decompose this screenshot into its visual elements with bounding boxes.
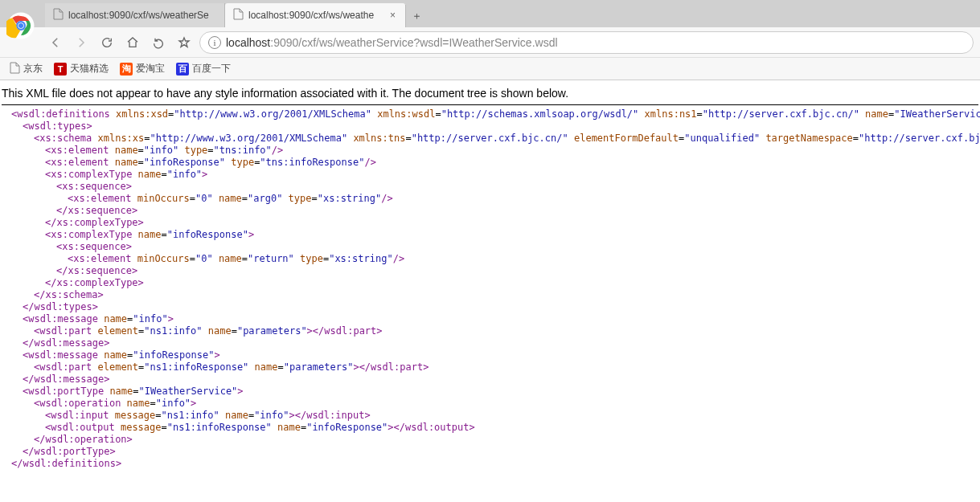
reload-button[interactable] <box>96 32 117 53</box>
chrome-logo-icon <box>6 11 35 40</box>
star-button[interactable] <box>174 32 195 53</box>
xml-line[interactable]: ▼<wsdl:portType name="IWeatherService"> <box>0 386 980 398</box>
svg-point-3 <box>18 23 23 28</box>
xml-line[interactable]: <xs:element minOccurs="0" name="arg0" ty… <box>0 193 980 205</box>
browser-titlebar: localhost:9090/cxf/ws/weatherSe localhos… <box>0 0 980 27</box>
tab-title: localhost:9090/cxf/ws/weathe <box>248 10 388 21</box>
xml-line[interactable]: </wsdl:operation> <box>0 434 980 446</box>
xml-line[interactable]: </xs:sequence> <box>0 205 980 217</box>
bookmark-tmall[interactable]: T天猫精选 <box>51 60 112 77</box>
bookmarks-bar: 京东 T天猫精选 淘爱淘宝 百百度一下 <box>0 58 980 80</box>
new-tab-button[interactable]: ＋ <box>405 5 428 27</box>
xml-line[interactable]: ▼<xs:complexType name="info"> <box>0 169 980 181</box>
xml-line[interactable]: </xs:schema> <box>0 289 980 301</box>
xml-line[interactable]: ▼<wsdl:definitions xmlns:xsd="http://www… <box>0 108 980 120</box>
bookmark-baidu[interactable]: 百百度一下 <box>173 60 234 77</box>
xml-line[interactable]: <wsdl:part element="ns1:infoResponse" na… <box>0 361 980 373</box>
bookmark-taobao[interactable]: 淘爱淘宝 <box>117 60 168 77</box>
xml-line[interactable]: </wsdl:message> <box>0 337 980 349</box>
tmall-icon: T <box>54 63 67 76</box>
baidu-icon: 百 <box>176 63 189 76</box>
xml-line[interactable]: ▼<xs:sequence> <box>0 181 980 193</box>
address-path: :9090/cxf/ws/weatherService?wsdl=IWeathe… <box>270 36 557 49</box>
xml-tree: ▼<wsdl:definitions xmlns:xsd="http://www… <box>0 108 980 470</box>
xml-line[interactable]: </xs:sequence> <box>0 265 980 277</box>
bookmark-jd[interactable]: 京东 <box>6 60 46 78</box>
xml-line[interactable]: <xs:element name="info" type="tns:info"/… <box>0 145 980 157</box>
file-icon <box>10 62 20 76</box>
xml-line[interactable]: <wsdl:part element="ns1:info" name="para… <box>0 325 980 337</box>
xml-line[interactable]: <wsdl:output message="ns1:infoResponse" … <box>0 422 980 434</box>
xml-line[interactable]: <xs:element minOccurs="0" name="return" … <box>0 253 980 265</box>
tab-title: localhost:9090/cxf/ws/weatherSe <box>68 10 216 21</box>
xml-style-notice: This XML file does not appear to have an… <box>0 80 980 104</box>
close-tab-icon[interactable]: × <box>388 10 397 21</box>
undo-button[interactable] <box>148 32 169 53</box>
info-icon[interactable]: i <box>208 36 221 49</box>
xml-line[interactable]: </wsdl:portType> <box>0 446 980 458</box>
back-button[interactable] <box>45 32 66 53</box>
address-host: localhost <box>226 36 270 49</box>
xml-line[interactable]: ▼<wsdl:operation name="info"> <box>0 398 980 410</box>
browser-tab-1[interactable]: localhost:9090/cxf/ws/weatherSe <box>45 3 225 27</box>
xml-line[interactable]: ▼<wsdl:types> <box>0 120 980 133</box>
separator <box>2 104 978 105</box>
xml-line[interactable]: <xs:element name="infoResponse" type="tn… <box>0 157 980 169</box>
xml-line[interactable]: ▼<xs:complexType name="infoResponse"> <box>0 229 980 241</box>
browser-tabs: localhost:9090/cxf/ws/weatherSe localhos… <box>45 0 428 27</box>
browser-toolbar: i localhost:9090/cxf/ws/weatherService?w… <box>0 27 980 58</box>
xml-line[interactable]: ▼<wsdl:message name="infoResponse"> <box>0 349 980 361</box>
xml-line[interactable]: <wsdl:input message="ns1:info" name="inf… <box>0 410 980 422</box>
xml-line[interactable]: </wsdl:types> <box>0 301 980 313</box>
file-icon <box>53 8 64 22</box>
taobao-icon: 淘 <box>120 63 133 76</box>
xml-line[interactable]: ▼<xs:sequence> <box>0 241 980 253</box>
xml-line[interactable]: </wsdl:definitions> <box>0 458 980 470</box>
xml-line[interactable]: ▼<wsdl:message name="info"> <box>0 313 980 325</box>
home-button[interactable] <box>122 32 143 53</box>
forward-button[interactable] <box>71 32 92 53</box>
xml-line[interactable]: </xs:complexType> <box>0 217 980 229</box>
xml-line[interactable]: ▼<xs:schema xmlns:xs="http://www.w3.org/… <box>0 133 980 145</box>
xml-line[interactable]: </wsdl:message> <box>0 373 980 386</box>
xml-line[interactable]: </xs:complexType> <box>0 277 980 289</box>
file-icon <box>233 8 244 22</box>
address-bar[interactable]: i localhost:9090/cxf/ws/weatherService?w… <box>199 31 974 54</box>
browser-tab-2[interactable]: localhost:9090/cxf/ws/weathe × <box>225 3 405 27</box>
